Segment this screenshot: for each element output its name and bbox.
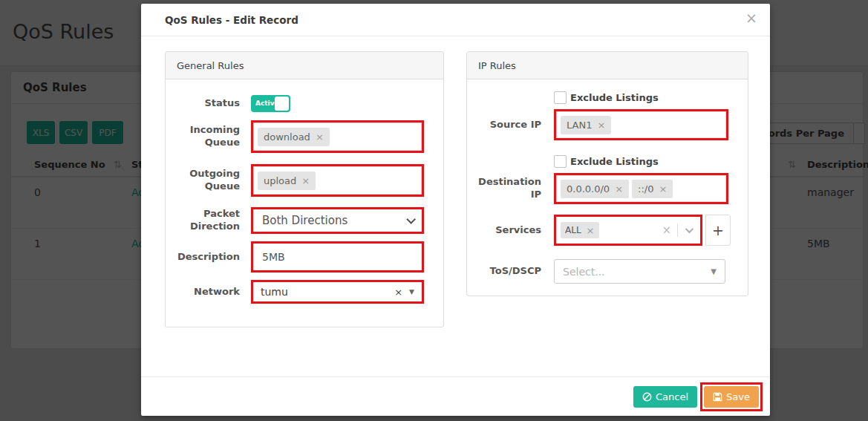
tos-dscp-placeholder: Select...: [563, 266, 605, 278]
status-label: Status: [166, 97, 240, 110]
general-rules-title: General Rules: [177, 60, 244, 71]
remove-tag-icon[interactable]: ×: [301, 176, 310, 186]
packet-direction-row: Packet Direction Both Directions: [166, 207, 443, 234]
edit-record-modal: QoS Rules - Edit Record × General Rules …: [141, 4, 770, 416]
status-toggle[interactable]: Active: [251, 95, 290, 112]
source-exclude-row: Exclude Listings: [554, 90, 748, 105]
outgoing-queue-label: Outgoing Queue: [166, 168, 240, 193]
chevron-down-icon[interactable]: [685, 225, 694, 233]
annotation-rect: Both Directions: [251, 207, 424, 234]
caret-down-icon: ▼: [711, 267, 717, 275]
caret-down-icon[interactable]: ▼: [409, 288, 414, 296]
clear-selection-icon[interactable]: ×: [394, 287, 402, 298]
incoming-queue-row: Incoming Queue download ×: [166, 120, 443, 153]
tag-download: download ×: [258, 128, 330, 146]
chevron-down-icon: [406, 215, 416, 224]
ip-rules-title: IP Rules: [478, 60, 516, 71]
destination-ip-row: Destination IP 0.0.0.0/0 × ::/0 ×: [467, 173, 748, 204]
destination-ip-label: Destination IP: [467, 176, 541, 201]
description-label: Description: [166, 251, 240, 264]
tos-dscp-row: ToS/DSCP Select... ▼: [467, 259, 748, 284]
network-row: Network tumu × ▼: [166, 280, 443, 304]
annotation-rect: 0.0.0.0/0 × ::/0 ×: [554, 173, 728, 204]
modal-footer: Cancel Save: [141, 376, 770, 416]
annotation-rect: ALL × ×: [554, 215, 702, 246]
services-select[interactable]: ALL × ×: [556, 217, 700, 244]
close-icon[interactable]: ×: [745, 11, 757, 25]
source-exclude-checkbox[interactable]: [554, 91, 567, 104]
annotation-rect: 5MB: [251, 241, 424, 272]
general-rules-header: General Rules: [166, 52, 443, 79]
packet-direction-value: Both Directions: [262, 214, 347, 227]
services-label: Services: [467, 224, 541, 237]
network-value: tumu: [261, 286, 288, 298]
source-exclude-label: Exclude Listings: [570, 92, 659, 103]
tag-ipv6-any: ::/0 ×: [632, 180, 673, 198]
status-row: Status Active: [166, 94, 443, 112]
annotation-rect: tumu × ▼: [251, 280, 424, 304]
remove-tag-icon[interactable]: ×: [587, 226, 595, 235]
tag-all-services: ALL ×: [561, 222, 599, 238]
description-value: 5MB: [262, 251, 285, 263]
remove-tag-icon[interactable]: ×: [659, 184, 667, 194]
ip-rules-panel: IP Rules Exclude Listings Source IP LAN1…: [466, 51, 748, 296]
packet-direction-label: Packet Direction: [166, 208, 240, 233]
remove-tag-icon[interactable]: ×: [316, 132, 324, 142]
save-button[interactable]: Save: [704, 386, 759, 408]
network-label: Network: [166, 286, 240, 298]
tag-upload: upload ×: [258, 172, 316, 190]
plus-icon: +: [712, 222, 724, 238]
general-rules-panel: General Rules Status Active Incoming Que…: [165, 51, 444, 327]
tos-dscp-label: ToS/DSCP: [467, 265, 541, 278]
annotation-rect: download ×: [251, 120, 424, 153]
screen: QoS Rules QoS Rules XLS CSV PDF Records …: [0, 0, 868, 421]
clear-selection-icon[interactable]: ×: [662, 223, 677, 237]
outgoing-queue-row: Outgoing Queue upload ×: [166, 164, 443, 197]
destination-exclude-checkbox[interactable]: [554, 155, 567, 168]
divider: [677, 223, 678, 237]
destination-ip-select[interactable]: 0.0.0.0/0 × ::/0 ×: [556, 175, 726, 202]
incoming-queue-select[interactable]: download ×: [253, 123, 422, 151]
remove-tag-icon[interactable]: ×: [597, 120, 605, 130]
packet-direction-select[interactable]: Both Directions: [253, 209, 422, 232]
cancel-icon: [642, 392, 652, 402]
tag-lan1: LAN1 ×: [561, 116, 611, 134]
source-ip-row: Source IP LAN1 ×: [467, 109, 748, 140]
network-select[interactable]: tumu × ▼: [253, 282, 422, 301]
tos-dscp-select[interactable]: Select... ▼: [554, 259, 725, 284]
toggle-knob: [275, 97, 289, 111]
services-row: Services ALL × × +: [467, 215, 748, 246]
tag-ipv4-any: 0.0.0.0/0 ×: [561, 180, 629, 198]
source-ip-select[interactable]: LAN1 ×: [556, 111, 726, 138]
incoming-queue-label: Incoming Queue: [166, 124, 240, 149]
modal-title: QoS Rules - Edit Record: [165, 14, 298, 26]
outgoing-queue-select[interactable]: upload ×: [253, 166, 422, 195]
save-icon: [713, 392, 722, 402]
annotation-rect: upload ×: [251, 164, 424, 197]
description-row: Description 5MB: [166, 241, 443, 272]
source-ip-label: Source IP: [467, 119, 541, 131]
remove-tag-icon[interactable]: ×: [615, 184, 623, 194]
ip-rules-header: IP Rules: [467, 52, 748, 79]
annotation-rect: Save: [700, 382, 763, 411]
annotation-rect: LAN1 ×: [554, 109, 728, 140]
destination-exclude-label: Exclude Listings: [570, 156, 659, 167]
modal-header: QoS Rules - Edit Record ×: [141, 4, 770, 36]
destination-exclude-row: Exclude Listings: [554, 154, 748, 169]
cancel-button[interactable]: Cancel: [633, 386, 697, 408]
add-service-button[interactable]: +: [705, 215, 731, 246]
description-input[interactable]: 5MB: [253, 244, 422, 270]
